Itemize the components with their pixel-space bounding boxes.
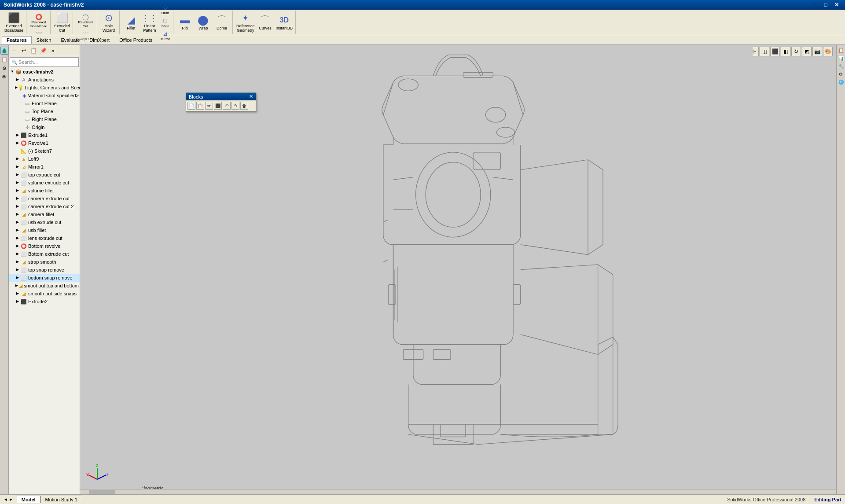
smooth-side-snaps-expand[interactable]: ▶ <box>15 290 20 297</box>
tree-bottom-revolve[interactable]: ▶ ⭕ Bottom revolve <box>9 242 80 250</box>
fillet-button[interactable]: ◢ Fillet <box>122 13 140 32</box>
camera-extrude-cut2-expand[interactable]: ▶ <box>15 203 20 210</box>
wrap-button[interactable]: ⬤ Wrap <box>195 13 212 32</box>
swept-cut-button[interactable]: 〰 Swept Cut <box>76 29 95 42</box>
tree-loft9[interactable]: ▶ ▲ Loft9 <box>9 155 80 163</box>
viewport[interactable]: ⊡ 🔍 🔎 ⊹ ◫ ⬛ ◧ ↻ ◩ 📷 🎨 Blocks ✕ 📄 📋 ✏ ⬛ ↶ <box>80 45 836 494</box>
tab-features[interactable]: Features <box>2 36 32 44</box>
model-tab[interactable]: Model <box>17 496 40 503</box>
config-tab[interactable]: ⚙ <box>0 64 8 72</box>
tree-lens-extrude-cut[interactable]: ▶ ⬜ lens extrude cut <box>9 234 80 242</box>
volume-extrude-cut-expand[interactable]: ▶ <box>15 179 20 186</box>
smooth-top-bottom-expand[interactable]: ▶ <box>15 282 18 289</box>
tree-revolve1[interactable]: ▶ ⭕ Revolve1 <box>9 139 80 147</box>
tree-top-snap-remove[interactable]: ▶ ⬜ top snap remove <box>9 266 80 274</box>
tree-strap-smooth[interactable]: ▶ ◢ strap smooth <box>9 258 80 266</box>
blocks-edit-btn[interactable]: ✏ <box>205 102 213 110</box>
shell-button[interactable]: □ Shell <box>159 16 171 29</box>
tree-front-plane[interactable]: ▭ Front Plane <box>9 99 80 107</box>
linear-pattern-button[interactable]: ⋮⋮ LinearPattern <box>141 11 158 34</box>
feature-tree-tab[interactable]: 🌲 <box>0 47 8 55</box>
revolved-boss-button[interactable]: ⭕ Revolved Boss/Base <box>29 12 48 29</box>
camera-extrude-cut-expand[interactable]: ▶ <box>15 195 20 202</box>
rp-globe-btn[interactable]: 🌐 <box>838 78 845 85</box>
rp-stats-btn[interactable]: 📊 <box>838 55 845 62</box>
tab-sketch[interactable]: Sketch <box>32 36 56 44</box>
tree-mirror1[interactable]: ▶ ⊿ Mirror1 <box>9 163 80 171</box>
tree-bottom-snap-remove[interactable]: ▶ ⬜ bottom snap remove <box>9 274 80 282</box>
annotations-expand[interactable]: ▶ <box>15 76 20 83</box>
tree-smooth-top-bottom[interactable]: ▶ ◢ smoot out top and bottom <box>9 282 80 290</box>
tree-bottom-extrude-cut[interactable]: ▶ ⬜ Bottom extrude cut <box>9 250 80 258</box>
expand-btn[interactable]: ↩ <box>19 46 28 55</box>
tree-origin[interactable]: ✛ Origin <box>9 123 80 131</box>
tree-usb-extrude-cut[interactable]: ▶ ⬜ usb extrude cut <box>9 218 80 226</box>
draft-button[interactable]: ◇ Draft <box>159 3 171 16</box>
collapse-all-btn[interactable]: ← <box>10 46 18 55</box>
curves-button[interactable]: ⌒ Curves <box>256 13 274 32</box>
tree-top-extrude-cut[interactable]: ▶ ⬜ top extrude cut <box>9 171 80 179</box>
pin-btn[interactable]: 📌 <box>39 46 48 55</box>
extrude1-expand[interactable]: ▶ <box>15 132 20 139</box>
instant3d-button[interactable]: 3D Instant3D <box>275 13 294 32</box>
tab-office-products[interactable]: Office Products <box>114 36 157 44</box>
rib-button[interactable]: ▬ Rib <box>176 13 194 32</box>
blocks-close-btn[interactable]: ✕ <box>249 94 253 99</box>
tree-sketch7[interactable]: 📐 (-) Sketch7 <box>9 147 80 155</box>
volume-fillet-expand[interactable]: ▶ <box>15 187 20 194</box>
tree-volume-fillet[interactable]: ▶ ◢ volume fillet <box>9 187 80 195</box>
mirror-button[interactable]: ⊿ Mirror <box>159 29 171 42</box>
blocks-add-btn[interactable]: ⬛ <box>214 102 222 110</box>
dome-button[interactable]: ⌒ Dome <box>213 13 231 32</box>
lens-extrude-cut-expand[interactable]: ▶ <box>15 235 20 242</box>
blocks-undo-btn[interactable]: ↶ <box>223 102 231 110</box>
bottom-snap-remove-expand[interactable]: ▶ <box>15 274 20 281</box>
revolve1-expand[interactable]: ▶ <box>15 140 20 147</box>
more-btn[interactable]: » <box>48 46 57 55</box>
usb-extrude-cut-expand[interactable]: ▶ <box>15 219 20 226</box>
tree-material[interactable]: ◈ Material <not specified> <box>9 92 80 99</box>
revolved-cut-button[interactable]: ◯ Revolved Cut <box>76 12 95 29</box>
strap-smooth-expand[interactable]: ▶ <box>15 258 20 265</box>
tree-camera-extrude-cut2[interactable]: ▶ ⬜ camera extrude cut 2 <box>9 202 80 210</box>
extrude2-expand[interactable]: ▶ <box>15 298 20 305</box>
tree-extrude1[interactable]: ▶ ⬛ Extrude1 <box>9 131 80 139</box>
tree-camera-fillet[interactable]: ▶ ◢ camera fillet <box>9 210 80 218</box>
motion-study-tab[interactable]: Motion Study 1 <box>40 496 82 503</box>
top-snap-remove-expand[interactable]: ▶ <box>15 266 20 273</box>
bottom-extrude-cut-expand[interactable]: ▶ <box>15 250 20 258</box>
camera-fillet-expand[interactable]: ▶ <box>15 211 20 218</box>
rp-tools-btn[interactable]: 🔧 <box>838 63 845 70</box>
display-tab[interactable]: 👁 <box>0 73 8 81</box>
h-scrollbar[interactable] <box>80 489 836 494</box>
top-extrude-cut-expand[interactable]: ▶ <box>15 171 20 178</box>
scroll-left-btn[interactable]: ◄ <box>4 497 8 502</box>
scroll-right-btn[interactable]: ► <box>9 497 13 502</box>
usb-fillet-expand[interactable]: ▶ <box>15 227 20 234</box>
extruded-boss-button[interactable]: ⬛ ExtrudedBoss/Base <box>4 11 24 34</box>
tree-usb-fillet[interactable]: ▶ ◢ usb fillet <box>9 226 80 234</box>
hole-wizard-button[interactable]: ⊙ HoleWizard <box>100 11 118 34</box>
rp-view-btn[interactable]: 📋 <box>838 47 845 54</box>
copy-btn[interactable]: 📋 <box>29 46 38 55</box>
tree-annotations[interactable]: ▶ A Annotations <box>9 76 80 84</box>
tree-root[interactable]: ▼ 📦 case-finishv2 <box>9 68 80 76</box>
blocks-redo-btn[interactable]: ↷ <box>231 102 239 110</box>
extruded-cut-button[interactable]: ⬜ ExtrudedCut <box>53 11 71 34</box>
root-expand[interactable]: ▼ <box>10 68 15 75</box>
loft9-expand[interactable]: ▶ <box>15 155 20 162</box>
blocks-copy-btn[interactable]: 📋 <box>196 102 204 110</box>
blocks-delete-btn[interactable]: 🗑 <box>240 102 248 110</box>
tree-extrude2[interactable]: ▶ ⬛ Extrude2 <box>9 298 80 305</box>
close-btn[interactable]: ✕ <box>832 2 841 8</box>
tree-right-plane[interactable]: ▭ Right Plane <box>9 115 80 123</box>
rp-settings-btn[interactable]: ⚙ <box>838 70 845 77</box>
maximize-btn[interactable]: □ <box>822 2 830 8</box>
tree-lights[interactable]: ▶ 💡 Lights, Cameras and Scene <box>9 84 80 92</box>
reference-geometry-button[interactable]: ✦ ReferenceGeometry <box>235 11 256 34</box>
tree-camera-extrude-cut[interactable]: ▶ ⬜ camera extrude cut <box>9 195 80 202</box>
tree-volume-extrude-cut[interactable]: ▶ ⬜ volume extrude cut <box>9 179 80 187</box>
bottom-revolve-expand[interactable]: ▶ <box>15 243 20 250</box>
blocks-new-btn[interactable]: 📄 <box>187 102 195 110</box>
property-tab[interactable]: 📋 <box>0 55 8 63</box>
